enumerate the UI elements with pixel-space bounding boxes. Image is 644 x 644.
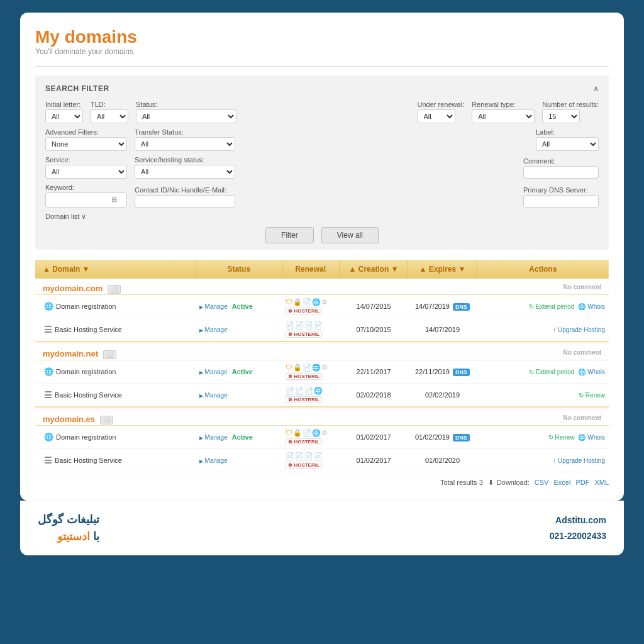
keyword-input[interactable] <box>48 194 111 206</box>
no-comment: No comment <box>563 284 601 291</box>
comment-group: Comment: <box>523 157 599 179</box>
domain-list-toggle[interactable]: Domain list ∨ <box>45 213 599 221</box>
status-cell: Manage <box>196 318 282 341</box>
download-excel[interactable]: Excel <box>553 479 570 486</box>
domain-tag: ⬜ <box>103 350 116 359</box>
label-label: Label: <box>536 128 599 136</box>
download-xml[interactable]: XML <box>594 479 609 486</box>
dns-badge: DNS <box>453 434 470 441</box>
action-link[interactable]: ↻ Renew <box>548 434 575 441</box>
domain-tag: ⬜ <box>100 416 113 425</box>
manage-link[interactable]: Manage <box>199 303 227 310</box>
label-group: Label: All <box>536 128 599 151</box>
page-subtitle: You'll dominate your domains <box>35 47 609 56</box>
manage-link[interactable]: Manage <box>199 326 227 333</box>
view-all-button[interactable]: View all <box>321 227 379 243</box>
table-row: 🌐 Domain registration Manage Active 🛡🔒📄🌐… <box>35 294 609 318</box>
status-badge: Active <box>232 433 253 441</box>
brand-badge: ⊗ HOSTERIL <box>286 331 322 338</box>
renewal-type-label: Renewal type: <box>472 101 535 108</box>
status-group: Status: All <box>136 101 236 123</box>
th-creation[interactable]: ▲ Creation ▼ <box>339 260 408 279</box>
filter-button[interactable]: Filter <box>265 227 314 243</box>
expires-date: 01/02/2019 DNS <box>408 425 477 448</box>
primary-dns-input[interactable] <box>523 195 599 208</box>
ad-persian-line2: با ادستیتو <box>38 528 99 545</box>
primary-dns-label: Primary DNS Server: <box>523 186 599 194</box>
service-hosting-select[interactable]: All <box>135 165 235 179</box>
renewal-cell: 📄📄📄📄 ⊗ HOSTERIL <box>282 448 339 472</box>
advanced-filters-select[interactable]: None <box>45 137 127 151</box>
renewal-cell: 🛡🔒📄🌐⚙ ⊗ HOSTERIL <box>282 425 339 448</box>
action-link[interactable]: 🌐 Whois <box>578 303 605 310</box>
initial-letter-label: Initial letter: <box>45 101 83 108</box>
th-domain[interactable]: ▲ Domain ▼ <box>35 260 196 279</box>
status-label: Status: <box>136 101 236 108</box>
ad-phone: 021-22002433 <box>550 528 606 544</box>
action-link[interactable]: 🌐 Whois <box>578 434 605 441</box>
creation-date: 01/02/2017 <box>339 425 408 448</box>
actions-cell: ↑ Upgrade Hosting <box>477 448 609 472</box>
service-name-text: Basic Hosting Service <box>55 391 122 399</box>
comment-input[interactable] <box>523 166 599 179</box>
action-link[interactable]: ↑ Upgrade Hosting <box>553 457 605 464</box>
no-comment: No comment <box>563 414 601 421</box>
num-results-select[interactable]: 15 <box>542 109 580 123</box>
actions-cell: ↻ Extend period🌐 Whois <box>477 360 609 383</box>
initial-letter-select[interactable]: All <box>45 109 83 123</box>
renewal-cell: 🛡🔒📄🌐⚙ ⊗ HOSTERIL <box>282 360 339 383</box>
domain-group-header: mydomain.com ⬜ No comment <box>35 279 609 295</box>
action-link[interactable]: ↻ Extend period <box>529 369 575 375</box>
ad-contact: Adstitu.com 021-22002433 <box>550 513 606 544</box>
service-name-cell: 🌐 Domain registration <box>35 360 196 383</box>
service-name-text: Basic Hosting Service <box>55 326 122 333</box>
domain-name[interactable]: mydomain.es <box>43 414 95 424</box>
action-link[interactable]: 🌐 Whois <box>578 369 605 375</box>
expires-date: 22/11/2019 DNS <box>408 360 477 383</box>
download-label: ⬇ Download: <box>488 479 530 487</box>
num-results-group: Number of results: 15 <box>542 101 599 123</box>
domain-name[interactable]: mydomain.net <box>43 349 98 358</box>
contact-id-input[interactable] <box>135 195 235 208</box>
th-expires[interactable]: ▲ Expires ▼ <box>408 260 477 279</box>
tld-group: TLD: All <box>91 101 128 123</box>
contact-id-group: Contact ID/Nic Handle/E-Mail: <box>135 186 235 208</box>
th-renewal[interactable]: Renewal <box>282 260 339 279</box>
keyword-group: Keyword: ⊞ <box>45 184 127 208</box>
under-renewal-select[interactable]: All <box>418 109 455 123</box>
filter-row-3: Service: All Service/hosting status: All… <box>45 156 599 179</box>
download-csv[interactable]: CSV <box>535 479 549 486</box>
manage-link[interactable]: Manage <box>199 392 227 399</box>
status-cell: Manage Active <box>196 360 282 383</box>
status-select[interactable]: All <box>136 109 236 123</box>
transfer-status-select[interactable]: All <box>135 137 235 151</box>
renewal-cell: 📄📄📄🌐 ⊗ HOSTERIL <box>282 383 339 407</box>
service-hosting-label: Service/hosting status: <box>135 156 235 164</box>
domain-name[interactable]: mydomain.com <box>43 284 103 293</box>
expires-date: 02/02/2019 <box>408 383 477 407</box>
action-link[interactable]: ↑ Upgrade Hosting <box>553 326 605 333</box>
th-status[interactable]: Status <box>196 260 282 279</box>
brand-badge: ⊗ HOSTERIL <box>286 308 322 314</box>
creation-date: 01/02/2017 <box>339 448 408 472</box>
domain-tag: ⬜ <box>108 285 121 294</box>
label-select[interactable]: All <box>536 137 599 151</box>
action-link[interactable]: ↻ Renew <box>579 392 605 399</box>
creation-date: 14/07/2015 <box>339 294 408 318</box>
action-link[interactable]: ↻ Extend period <box>529 303 575 310</box>
manage-link[interactable]: Manage <box>199 369 227 375</box>
service-select[interactable]: All <box>45 165 127 179</box>
under-renewal-group: Under renewal: All <box>418 101 465 123</box>
brand-badge: ⊗ HOSTERIL <box>286 438 322 445</box>
manage-link[interactable]: Manage <box>199 434 227 441</box>
renewal-type-select[interactable]: All <box>472 109 535 123</box>
transfer-status-label: Transfer Status: <box>135 128 235 136</box>
num-results-label: Number of results: <box>542 101 599 108</box>
manage-link[interactable]: Manage <box>199 457 227 464</box>
download-pdf[interactable]: PDF <box>575 479 589 486</box>
transfer-status-group: Transfer Status: All <box>135 128 235 151</box>
collapse-icon[interactable]: ∧ <box>593 84 599 93</box>
tld-select[interactable]: All <box>91 109 128 123</box>
creation-date: 02/02/2018 <box>339 383 408 407</box>
table-header-row: ▲ Domain ▼ Status Renewal ▲ Creation ▼ ▲… <box>35 260 609 279</box>
